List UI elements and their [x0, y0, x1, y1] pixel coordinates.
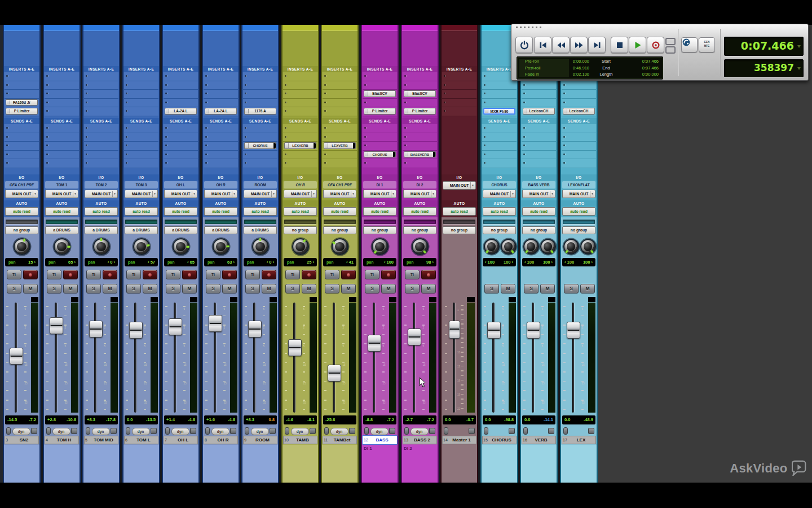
group-selector[interactable]: a DRUMS▾ — [244, 226, 277, 234]
insert-slot-a[interactable] — [283, 72, 317, 81]
insert-slot-e[interactable]: LexiconCH — [522, 107, 556, 116]
automation-mode-button[interactable]: auto read▾ — [244, 207, 277, 216]
track-input-button[interactable]: TI — [47, 270, 61, 279]
strip-comments-area[interactable] — [163, 445, 198, 483]
send-slot-c[interactable] — [562, 142, 596, 151]
insert-slot-c[interactable] — [482, 90, 517, 99]
send-slot-e[interactable] — [5, 159, 39, 168]
dyn-insert-button[interactable]: dyn — [171, 428, 189, 435]
fader-link-icon[interactable] — [31, 428, 37, 434]
insert-slot-b[interactable] — [363, 81, 397, 90]
pan-display[interactable]: pan25 › — [284, 258, 317, 266]
plugin-power-icon[interactable] — [485, 110, 488, 113]
send-slot-d[interactable] — [204, 151, 238, 160]
automation-mode-button[interactable]: auto read▾ — [204, 207, 237, 216]
insert-slot-d[interactable] — [482, 99, 517, 108]
send-slot-d[interactable] — [283, 151, 317, 160]
fader-cap[interactable] — [288, 339, 302, 356]
fader-link-icon[interactable] — [190, 428, 196, 434]
send-slot-a[interactable] — [84, 124, 118, 133]
strip-comments-area[interactable] — [561, 445, 597, 483]
plugin-power-icon[interactable] — [405, 109, 408, 113]
sub-counter-panel[interactable]: 358397 — [724, 59, 804, 77]
insert-slot-c[interactable] — [204, 90, 238, 99]
automation-safe-icon[interactable] — [205, 427, 210, 435]
pan-knob[interactable] — [14, 238, 30, 255]
fader-track[interactable] — [293, 303, 295, 413]
input-selector[interactable]: CHORUS — [483, 181, 516, 189]
record-enable-button[interactable] — [182, 270, 197, 279]
fader-cap[interactable] — [169, 318, 182, 335]
track-name-row[interactable]: 15CHORUS — [482, 436, 517, 444]
insert-slot-c[interactable] — [164, 90, 198, 99]
solo-button[interactable]: S — [166, 284, 180, 294]
track-input-button[interactable]: TI — [405, 270, 420, 279]
automation-safe-icon[interactable] — [324, 427, 329, 435]
output-selector[interactable]: MAIN OUT▾ — [45, 190, 78, 198]
automation-safe-icon[interactable] — [165, 427, 170, 435]
send-slot-c[interactable] — [363, 142, 397, 151]
input-selector[interactable]: OH R — [284, 181, 317, 189]
solo-button[interactable]: S — [206, 284, 220, 294]
mute-button[interactable]: M — [341, 284, 356, 294]
track-name-row[interactable]: 16VERB — [522, 436, 556, 444]
solo-button[interactable]: S — [405, 284, 420, 294]
automation-safe-icon[interactable] — [523, 427, 528, 435]
send-slot-e[interactable] — [283, 159, 317, 168]
fader-link-icon[interactable] — [429, 428, 435, 434]
insert-slot-a[interactable] — [124, 72, 158, 81]
insert-slot-c[interactable] — [442, 90, 476, 99]
send-slot-c[interactable] — [45, 142, 79, 151]
pan-knob[interactable] — [332, 238, 348, 255]
pan-display[interactable]: pan‹ 65 — [164, 258, 197, 266]
automation-mode-button[interactable]: auto read▾ — [363, 207, 396, 216]
plugin-power-icon[interactable] — [524, 109, 527, 113]
fader-cap[interactable] — [368, 335, 381, 352]
send-slot-b[interactable] — [45, 133, 79, 142]
automation-safe-icon[interactable] — [245, 427, 249, 435]
sub-counter-dropdown-icon[interactable] — [797, 67, 801, 70]
group-selector[interactable]: a DRUMS▾ — [45, 226, 78, 234]
track-name-row[interactable]: 10TAMB — [283, 436, 317, 444]
solo-button[interactable]: S — [245, 284, 260, 294]
send-slot-c[interactable] — [124, 142, 158, 151]
strip-comments-area[interactable] — [123, 445, 159, 483]
pan-knob[interactable] — [523, 239, 539, 255]
mute-button[interactable]: M — [501, 284, 515, 294]
stop-button[interactable] — [611, 37, 628, 53]
solo-button[interactable]: S — [564, 284, 579, 294]
pan-display[interactable]: ‹ 100100 › — [483, 258, 516, 266]
output-selector[interactable]: MAIN OUT▾ — [443, 181, 476, 190]
group-selector[interactable]: a DRUMS▾ — [125, 226, 158, 234]
solo-button[interactable]: S — [126, 284, 141, 294]
group-selector[interactable]: a DRUMS▾ — [204, 226, 237, 234]
send-slot-b[interactable] — [84, 133, 118, 142]
solo-button[interactable]: S — [524, 284, 539, 294]
automation-safe-icon[interactable] — [444, 427, 448, 435]
send-power-icon[interactable] — [325, 143, 328, 148]
plugin-power-icon[interactable] — [7, 100, 10, 105]
automation-mode-button[interactable]: auto read▾ — [5, 207, 38, 216]
strip-comments-area[interactable] — [322, 445, 358, 483]
send-slot-c[interactable] — [84, 142, 118, 151]
fader-track[interactable] — [492, 303, 495, 413]
send-button[interactable]: LEXVERB — [284, 142, 316, 149]
output-selector[interactable]: MAIN OUT▾ — [284, 190, 317, 198]
fader-cap[interactable] — [408, 329, 421, 345]
send-slot-b[interactable] — [403, 133, 437, 142]
send-slot-a[interactable] — [283, 124, 317, 133]
insert-slot-e[interactable] — [45, 107, 79, 116]
insert-slot-e[interactable]: P Limiter — [5, 107, 39, 116]
send-slot-c[interactable] — [522, 142, 556, 151]
insert-plugin-button[interactable]: LA-2A L — [205, 108, 237, 115]
input-selector[interactable]: BASS VERB — [522, 181, 555, 189]
fader-track[interactable] — [134, 303, 136, 413]
dyn-insert-button[interactable]: dyn — [370, 428, 389, 435]
fader-track[interactable] — [413, 303, 415, 413]
send-slot-b[interactable] — [164, 133, 198, 142]
send-slot-b[interactable] — [124, 133, 158, 142]
input-selector[interactable]: OFA CH1 PRE — [323, 181, 356, 189]
plugin-power-icon[interactable] — [564, 109, 567, 113]
track-input-button[interactable]: TI — [245, 270, 260, 279]
send-slot-d[interactable] — [562, 151, 596, 160]
